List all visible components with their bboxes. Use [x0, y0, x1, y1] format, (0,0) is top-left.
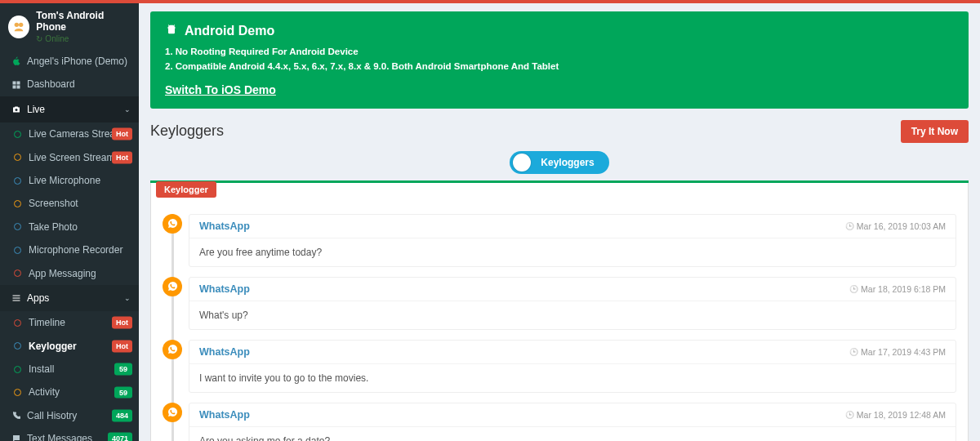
- entry-app: WhatsApp: [199, 283, 250, 295]
- sidebar-item-keylogger[interactable]: KeyloggerHot: [0, 335, 139, 358]
- sidebar-item-dashboard[interactable]: Dashboard: [0, 73, 139, 96]
- entry-header: WhatsAppMar 18, 2019 12:48 AM: [189, 403, 956, 427]
- device-name: Tom's Android Phone: [36, 10, 131, 33]
- dot-icon: [11, 154, 24, 161]
- keylogger-tag: Keylogger: [156, 181, 216, 198]
- entry-card: WhatsAppMar 18, 2019 6:18 PMWhat's up?: [189, 277, 956, 330]
- sidebar-item-activity[interactable]: Activity59: [0, 381, 139, 403]
- dot-icon: [11, 247, 24, 254]
- sidebar-section-live[interactable]: Live ⌄: [0, 96, 139, 122]
- svg-rect-2: [12, 81, 16, 84]
- svg-point-0: [15, 22, 19, 26]
- entry-card: WhatsAppMar 18, 2019 12:48 AMAre you ask…: [189, 403, 956, 441]
- entry-time: Mar 16, 2019 10:03 AM: [845, 221, 946, 231]
- sidebar-item-live-camera[interactable]: Live Cameras StreamHot: [0, 122, 139, 145]
- banner-title-row: Android Demo: [165, 23, 954, 39]
- svg-rect-7: [12, 296, 20, 296]
- page-header: Keyloggers Try It Now: [150, 120, 969, 143]
- whatsapp-icon: [163, 403, 182, 422]
- device-header[interactable]: Tom's Android Phone Online: [0, 3, 139, 50]
- banner-line-1: 1. No Rooting Required For Android Devic…: [165, 44, 954, 59]
- apple-icon: [10, 56, 22, 66]
- tab-keyloggers[interactable]: Keyloggers: [510, 151, 608, 174]
- timeline-entry[interactable]: WhatsAppMar 16, 2019 10:03 AMAre you fre…: [184, 214, 956, 267]
- entry-body: I want to invite you to go to the movies…: [189, 364, 956, 392]
- sidebar-section-apps[interactable]: Apps ⌄: [0, 285, 139, 311]
- dot-icon: [11, 223, 24, 230]
- banner-line-2: 2. Compatible Android 4.4.x, 5.x, 6.x, 7…: [165, 59, 954, 74]
- pill-label: Keyloggers: [541, 157, 594, 168]
- dot-icon: [11, 177, 24, 185]
- sidebar-item-live-screen[interactable]: Live Screen StreamHot: [0, 146, 139, 169]
- timeline-entry[interactable]: WhatsAppMar 17, 2019 4:43 PMI want to in…: [184, 340, 956, 393]
- entry-card: WhatsAppMar 16, 2019 10:03 AMAre you fre…: [189, 214, 956, 267]
- chat-icon: [10, 434, 22, 441]
- sidebar: Tom's Android Phone Online Angel's iPhon…: [0, 3, 139, 441]
- whatsapp-icon: [163, 214, 182, 234]
- sidebar-item-timeline[interactable]: TimelineHot: [0, 311, 139, 334]
- sidebar-item-call-history[interactable]: Call Hisotry484: [0, 404, 139, 427]
- sidebar-item-mic-recorder[interactable]: Microphone Recorder: [0, 238, 139, 261]
- timeline: WhatsAppMar 16, 2019 10:03 AMAre you fre…: [163, 214, 956, 441]
- sidebar-item-app-messaging[interactable]: App Messaging: [0, 262, 139, 285]
- entry-time: Mar 18, 2019 6:18 PM: [849, 284, 946, 294]
- apps-list-icon: [10, 293, 22, 303]
- whatsapp-icon: [163, 340, 182, 359]
- chevron-down-icon: ⌄: [124, 105, 131, 114]
- svg-rect-9: [12, 301, 20, 301]
- dot-icon: [11, 342, 24, 350]
- tab-pill-wrap: Keyloggers: [150, 151, 969, 174]
- dot-icon: [11, 366, 24, 373]
- avatar: [8, 16, 29, 38]
- camera-icon: [10, 105, 22, 114]
- hot-badge: Hot: [112, 151, 132, 163]
- phone-icon: [10, 411, 22, 421]
- sidebar-item-install[interactable]: Install59: [0, 358, 139, 381]
- sidebar-item-screenshot[interactable]: Screenshot: [0, 192, 139, 215]
- entry-app: WhatsApp: [199, 409, 250, 421]
- banner-list: 1. No Rooting Required For Android Devic…: [165, 44, 954, 74]
- svg-point-6: [15, 109, 17, 111]
- sidebar-item-take-photo[interactable]: Take Photo: [0, 216, 139, 238]
- device-status: Online: [36, 34, 131, 43]
- count-badge: 59: [114, 386, 132, 399]
- apps-label: Apps: [27, 292, 49, 304]
- svg-point-1: [19, 22, 23, 26]
- try-it-now-button[interactable]: Try It Now: [901, 120, 969, 143]
- count-badge: 4071: [108, 433, 132, 441]
- hot-badge: Hot: [112, 317, 132, 329]
- dot-icon: [11, 319, 24, 327]
- dashboard-icon: [10, 80, 22, 90]
- entry-app: WhatsApp: [199, 220, 250, 232]
- entry-time: Mar 18, 2019 12:48 AM: [845, 410, 946, 420]
- hot-badge: Hot: [112, 128, 132, 140]
- entry-card: WhatsAppMar 17, 2019 4:43 PMI want to in…: [189, 340, 956, 393]
- entry-header: WhatsAppMar 16, 2019 10:03 AM: [189, 215, 956, 238]
- svg-rect-8: [12, 298, 20, 299]
- live-label: Live: [27, 104, 45, 115]
- sidebar-item-live-mic[interactable]: Live Microphone: [0, 169, 139, 192]
- dot-icon: [11, 389, 24, 396]
- svg-rect-3: [16, 81, 20, 84]
- keylogger-panel: Keylogger WhatsAppMar 16, 2019 10:03 AMA…: [150, 183, 969, 441]
- entry-body: Are you free anytime today?: [189, 238, 956, 266]
- count-badge: 59: [114, 363, 132, 376]
- sidebar-item-text-messages[interactable]: Text Messages4071: [0, 427, 139, 441]
- svg-rect-4: [12, 85, 16, 88]
- whatsapp-icon: [163, 277, 182, 296]
- timeline-entry[interactable]: WhatsAppMar 18, 2019 12:48 AMAre you ask…: [184, 403, 956, 441]
- switch-device[interactable]: Angel's iPhone (Demo): [0, 50, 139, 73]
- main-content: Android Demo 1. No Rooting Required For …: [139, 3, 980, 441]
- switch-to-ios-link[interactable]: Switch To iOS Demo: [165, 83, 276, 96]
- entry-body: Are you asking me for a date?: [189, 427, 956, 441]
- entry-header: WhatsAppMar 17, 2019 4:43 PM: [189, 341, 956, 364]
- entry-time: Mar 17, 2019 4:43 PM: [849, 347, 946, 357]
- svg-rect-5: [16, 85, 20, 88]
- android-icon: [165, 23, 178, 39]
- dot-icon: [11, 270, 24, 277]
- dot-icon: [11, 200, 24, 207]
- count-badge: 484: [112, 410, 132, 422]
- toggle-knob: [513, 154, 531, 172]
- timeline-entry[interactable]: WhatsAppMar 18, 2019 6:18 PMWhat's up?: [184, 277, 956, 330]
- chevron-down-icon: ⌄: [124, 294, 131, 303]
